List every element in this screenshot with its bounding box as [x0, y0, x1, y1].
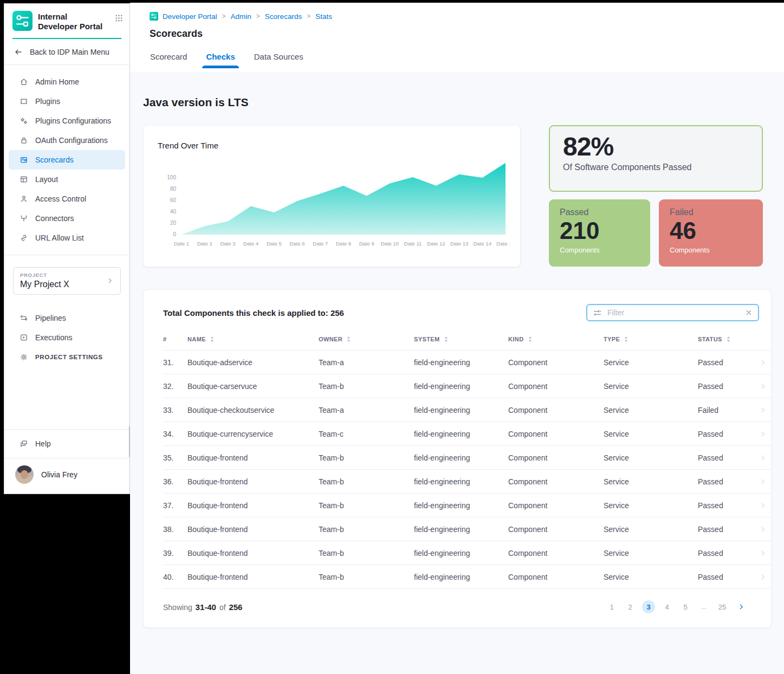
cell-status: Passed [698, 477, 757, 486]
column-header-status[interactable]: STATUS [698, 336, 757, 342]
x-tick-label: Date 11 [404, 241, 422, 247]
row-number: 34. [163, 430, 187, 438]
sidebar-item-plugins[interactable]: Plugins [9, 92, 125, 111]
cell-name: Boutique-frontend [187, 549, 319, 558]
table-row[interactable]: 38.Boutique-frontendTeam-bfield-engineer… [163, 517, 771, 541]
page-button-4[interactable]: 4 [660, 600, 673, 613]
breadcrumb-link-stats[interactable]: Stats [315, 12, 332, 21]
table-row[interactable]: 39.Boutique-frontendTeam-bfield-engineer… [163, 541, 771, 565]
sidebar-item-admin-home[interactable]: Admin Home [9, 72, 125, 92]
sidebar-item-url-allow-list[interactable]: URL Allow List [9, 228, 125, 248]
breadcrumb-link-scorecards[interactable]: Scorecards [265, 12, 302, 21]
table-row[interactable]: 34.Boutique-currencyserviceTeam-cfield-e… [163, 422, 771, 446]
sidebar-item-oauth-configurations[interactable]: OAuth Configurations [9, 131, 125, 150]
table-row[interactable]: 36.Boutique-frontendTeam-bfield-engineer… [163, 470, 771, 494]
page-button-3[interactable]: 3 [642, 600, 655, 613]
app-switcher-grid-icon[interactable] [115, 11, 123, 24]
cell-system: field-engineering [414, 406, 508, 414]
row-number: 37. [163, 501, 187, 510]
plugins-config-icon [20, 116, 28, 125]
table-row[interactable]: 35.Boutique-frontendTeam-bfield-engineer… [163, 446, 771, 470]
sidebar-item-plugins-configurations[interactable]: Plugins Configurations [9, 111, 125, 131]
summary-column: 82% Of Software Components Passed Passed… [549, 125, 763, 267]
cell-kind: Component [508, 477, 604, 486]
main-header: Developer Portal>Admin>Scorecards>Stats … [130, 3, 784, 68]
back-to-idp-main-menu[interactable]: Back to IDP Main Menu [4, 39, 129, 65]
table-row[interactable]: 40.Boutique-frontendTeam-bfield-engineer… [163, 565, 771, 589]
cell-owner: Team-c [319, 430, 414, 438]
cell-owner: Team-b [319, 573, 414, 581]
pipeline-icon [20, 314, 28, 322]
table-row[interactable]: 37.Boutique-frontendTeam-bfield-engineer… [163, 494, 771, 517]
page-button-1[interactable]: 1 [605, 600, 618, 613]
layout-icon [20, 175, 28, 184]
y-tick-label: 80 [170, 186, 177, 192]
table-title: Total Components this check is applied t… [163, 308, 344, 317]
project-selector[interactable]: PROJECT My Project X [13, 267, 121, 295]
cell-name: Boutique-checkoutservice [187, 406, 319, 414]
column-label: SYSTEM [414, 336, 440, 342]
cell-system: field-engineering [414, 430, 508, 438]
page-button-5[interactable]: 5 [679, 600, 692, 613]
help-button[interactable]: Help [9, 434, 125, 453]
sort-icon[interactable] [624, 336, 629, 342]
sort-icon[interactable] [528, 336, 533, 342]
passed-unit: Components [560, 246, 650, 254]
x-tick-label: Date 10 [381, 241, 399, 247]
sidebar-item-label: URL Allow List [35, 234, 84, 242]
filter-sliders-icon[interactable] [593, 308, 602, 317]
column-header-owner[interactable]: OWNER [319, 336, 414, 342]
row-number: 40. [163, 573, 187, 581]
sidebar-item-pipelines[interactable]: Pipelines [9, 308, 125, 328]
project-menu: PipelinesExecutionsPROJECT SETTINGS [4, 301, 129, 367]
cell-status: Passed [698, 501, 757, 510]
page-title: Scorecards [150, 28, 784, 40]
failed-value: 46 [670, 218, 763, 243]
sidebar-item-label: PROJECT SETTINGS [35, 354, 103, 360]
tab-checks[interactable]: Checks [206, 52, 235, 68]
clear-filter-icon[interactable] [745, 309, 753, 316]
sort-icon[interactable] [346, 336, 351, 342]
failed-label: Failed [670, 208, 763, 217]
sort-icon[interactable] [210, 336, 215, 342]
table-row[interactable]: 33.Boutique-checkoutserviceTeam-afield-e… [163, 398, 771, 422]
table-row[interactable]: 32.Boutique-carservuceTeam-bfield-engine… [163, 374, 771, 398]
filter-input[interactable] [606, 308, 741, 317]
passed-value: 210 [560, 218, 650, 243]
arrow-left-icon [14, 48, 23, 56]
table-row[interactable]: 31.Boutique-adserviceTeam-afield-enginee… [163, 351, 771, 374]
page-button-25[interactable]: 25 [716, 600, 729, 613]
column-header-name[interactable]: NAME [187, 336, 319, 342]
breadcrumb-link-developer-portal[interactable]: Developer Portal [163, 12, 217, 21]
breadcrumb-link-admin[interactable]: Admin [231, 12, 251, 21]
sort-icon[interactable] [726, 336, 731, 342]
sidebar-item-access-control[interactable]: Access Control [9, 189, 125, 209]
tab-label: Data Sources [254, 52, 303, 61]
next-page-button[interactable] [737, 603, 745, 611]
row-chevron-right-icon [757, 406, 771, 414]
user-profile[interactable]: Olivia Frey [4, 458, 129, 494]
column-header-type[interactable]: TYPE [604, 336, 698, 342]
sidebar-item-executions[interactable]: Executions [9, 328, 125, 347]
cell-status: Passed [698, 453, 757, 462]
sidebar-item-scorecards[interactable]: Scorecards [9, 150, 125, 170]
connector-icon [20, 214, 28, 223]
sidebar-item-project-settings[interactable]: PROJECT SETTINGS [9, 347, 125, 367]
sort-icon[interactable] [444, 336, 449, 342]
filter-box [586, 304, 759, 321]
x-tick-label: Date 1 [174, 241, 189, 247]
column-label: STATUS [698, 336, 722, 342]
sidebar-item-connectors[interactable]: Connectors [9, 209, 125, 228]
tab-scorecard[interactable]: Scorecard [150, 52, 187, 68]
column-label: KIND [508, 336, 524, 342]
row-chevron-right-icon [757, 502, 771, 509]
sidebar-item-layout[interactable]: Layout [9, 170, 125, 189]
column-header-kind[interactable]: KIND [508, 336, 604, 342]
back-label: Back to IDP Main Menu [30, 48, 109, 56]
cell-kind: Component [508, 358, 604, 367]
tab-data-sources[interactable]: Data Sources [254, 52, 303, 68]
page-button-2[interactable]: 2 [624, 600, 637, 613]
cell-owner: Team-b [319, 501, 414, 510]
cell-status: Failed [698, 406, 757, 414]
column-header-system[interactable]: SYSTEM [414, 336, 508, 342]
